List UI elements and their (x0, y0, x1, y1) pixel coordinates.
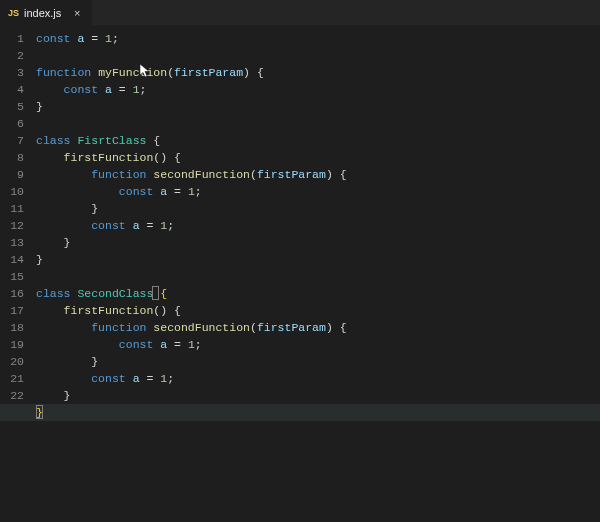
token-sp (250, 66, 257, 79)
line-number: 20 (0, 353, 24, 370)
token-sp (167, 151, 174, 164)
token-brace: } (64, 389, 71, 402)
token-brace: } (36, 100, 43, 113)
token-num: 1 (188, 338, 195, 351)
token-indent (36, 83, 64, 96)
code-line[interactable]: const a = 1; (36, 336, 600, 353)
code-line[interactable]: } (36, 98, 600, 115)
line-number: 11 (0, 200, 24, 217)
token-num: 1 (105, 32, 112, 45)
token-indent (36, 219, 91, 232)
token-op: = (119, 83, 126, 96)
tab-index-js[interactable]: JS index.js × (0, 0, 92, 25)
token-yellow: } (36, 406, 43, 419)
line-number: 21 (0, 370, 24, 387)
line-number: 17 (0, 302, 24, 319)
token-op: = (174, 185, 181, 198)
token-storage: const (91, 219, 126, 232)
token-brace: { (257, 66, 264, 79)
token-sp (126, 219, 133, 232)
code-line[interactable]: class FisrtClass { (36, 132, 600, 149)
close-icon[interactable]: × (70, 6, 84, 20)
token-storage: function (91, 321, 146, 334)
code-line[interactable] (36, 115, 600, 132)
line-number: 2 (0, 47, 24, 64)
token-punc: ; (195, 338, 202, 351)
code-line[interactable]: } (36, 200, 600, 217)
code-line[interactable]: firstFunction() { (36, 302, 600, 319)
token-indent (36, 151, 64, 164)
js-file-icon: JS (8, 8, 19, 18)
token-func: secondFunction (153, 168, 250, 181)
token-brace: } (36, 253, 43, 266)
line-number: 19 (0, 336, 24, 353)
token-sp (126, 372, 133, 385)
line-number: 10 (0, 183, 24, 200)
line-number: 1 (0, 30, 24, 47)
token-indent (36, 321, 91, 334)
line-number-gutter: 1234567891011121314151617181920212223 (0, 26, 36, 522)
token-var: a (105, 83, 112, 96)
tab-bar: JS index.js × (0, 0, 600, 26)
token-storage: const (119, 338, 154, 351)
code-line[interactable]: } (36, 251, 600, 268)
token-storage: function (36, 66, 91, 79)
code-editor[interactable]: 1234567891011121314151617181920212223 co… (0, 26, 600, 522)
code-line[interactable]: } (36, 387, 600, 404)
code-line[interactable]: function secondFunction(firstParam) { (36, 166, 600, 183)
token-punc: () (153, 151, 167, 164)
token-indent (36, 236, 64, 249)
token-func: firstFunction (64, 304, 154, 317)
code-line[interactable] (36, 268, 600, 285)
token-indent (36, 185, 119, 198)
token-sp (112, 83, 119, 96)
token-storage: class (36, 287, 71, 300)
token-num: 1 (188, 185, 195, 198)
line-number: 4 (0, 81, 24, 98)
code-line[interactable]: function secondFunction(firstParam) { (36, 319, 600, 336)
token-class: FisrtClass (77, 134, 146, 147)
token-punc: () (153, 304, 167, 317)
token-punc: ; (140, 83, 147, 96)
token-punc: ) (326, 321, 333, 334)
token-storage: const (91, 372, 126, 385)
code-line[interactable] (36, 47, 600, 64)
token-brace: { (153, 134, 160, 147)
line-number: 6 (0, 115, 24, 132)
token-sp (333, 321, 340, 334)
token-brace: { (174, 151, 181, 164)
code-line[interactable]: } (36, 404, 600, 421)
token-punc: ) (326, 168, 333, 181)
code-line[interactable]: const a = 1; (36, 183, 600, 200)
token-sp (333, 168, 340, 181)
token-sp (98, 32, 105, 45)
token-indent (36, 168, 91, 181)
code-line[interactable]: const a = 1; (36, 217, 600, 234)
code-line[interactable]: class SecondClass { (36, 285, 600, 302)
code-line[interactable]: firstFunction() { (36, 149, 600, 166)
token-op: = (174, 338, 181, 351)
token-brace: { (340, 321, 347, 334)
token-punc: ( (167, 66, 174, 79)
line-number: 3 (0, 64, 24, 81)
code-line[interactable]: const a = 1; (36, 81, 600, 98)
token-sp (98, 83, 105, 96)
token-yellow: { (160, 287, 167, 300)
code-line[interactable]: const a = 1; (36, 370, 600, 387)
code-line[interactable]: } (36, 234, 600, 251)
token-brace: } (91, 202, 98, 215)
token-var: a (133, 219, 140, 232)
token-indent (36, 389, 64, 402)
code-line[interactable]: } (36, 353, 600, 370)
code-area[interactable]: const a = 1;function myFunction(firstPar… (36, 26, 600, 522)
token-class: SecondClass (77, 287, 153, 300)
token-indent (36, 372, 91, 385)
line-number: 22 (0, 387, 24, 404)
token-indent (36, 304, 64, 317)
code-line[interactable]: function myFunction(firstParam) { (36, 64, 600, 81)
line-number: 15 (0, 268, 24, 285)
code-line[interactable]: const a = 1; (36, 30, 600, 47)
line-number: 5 (0, 98, 24, 115)
token-indent (36, 355, 91, 368)
token-indent (36, 202, 91, 215)
